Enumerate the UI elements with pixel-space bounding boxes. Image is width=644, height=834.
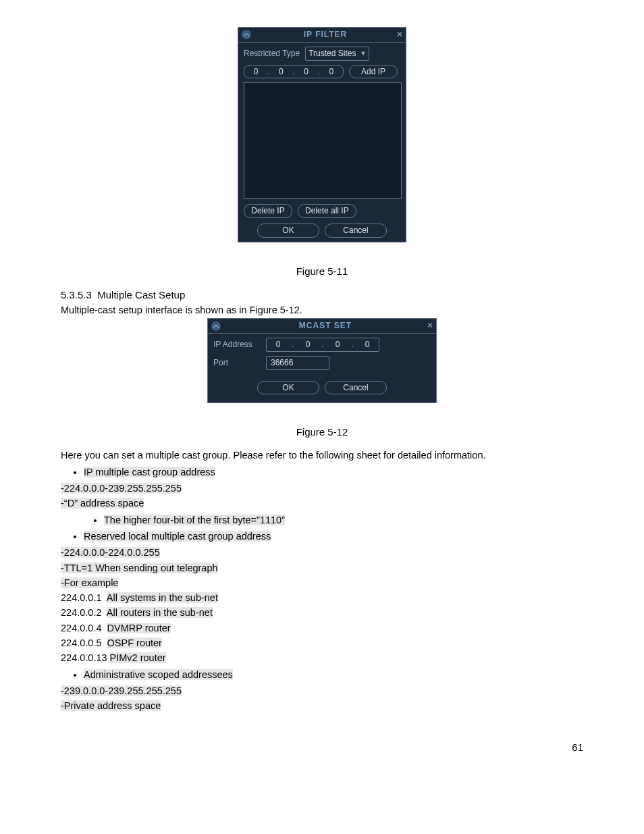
restricted-type-label: Restricted Type — [244, 48, 300, 59]
section-heading: 5.3.5.3 Multiple Cast Setup — [61, 288, 583, 302]
paragraph: Here you can set a multiple cast group. … — [61, 448, 583, 462]
close-icon[interactable]: ✕ — [427, 320, 433, 332]
svg-point-0 — [242, 30, 251, 39]
add-ip-button[interactable]: Add IP — [349, 65, 398, 79]
app-icon — [211, 321, 221, 332]
text-line: -TTL=1 When sending out telegraph — [61, 561, 583, 575]
ok-button[interactable]: OK — [257, 224, 319, 238]
ip-filter-title: IP FILTER — [254, 29, 396, 41]
mcast-set-dialog: MCAST SET ✕ IP Address 0. 0. 0. 0 Port 3… — [207, 318, 437, 403]
figure-5-12-caption: Figure 5-12 — [61, 425, 583, 439]
page-number: 61 — [61, 740, 583, 754]
restricted-type-combo[interactable]: Trusted Sites ▼ — [305, 47, 369, 61]
ip-filter-dialog: IP FILTER ✕ Restricted Type Trusted Site… — [238, 27, 406, 242]
port-input[interactable]: 36666 — [266, 356, 329, 370]
text-line: -Private address space — [61, 699, 583, 712]
app-icon — [241, 29, 252, 40]
ip-address-label: IP Address — [213, 339, 261, 350]
text-line: -224.0.0.0-239.255.255.255 — [61, 481, 583, 495]
list-item: Reserved local multiple cast group addre… — [84, 529, 583, 543]
svg-point-1 — [211, 321, 221, 331]
text-line: 224.0.0.13 PIMv2 router — [61, 651, 583, 664]
port-label: Port — [213, 357, 261, 369]
mcast-ip-input[interactable]: 0. 0. 0. 0 — [266, 338, 379, 352]
close-icon[interactable]: ✕ — [396, 29, 403, 41]
ok-button[interactable]: OK — [257, 381, 319, 395]
ip-filter-titlebar: IP FILTER ✕ — [238, 28, 406, 43]
section-intro: Multiple-cast setup interface is shown a… — [61, 303, 583, 317]
text-line: -For example — [61, 576, 583, 590]
ip-address-input[interactable]: 0. 0. 0. 0 — [244, 65, 344, 79]
ip-list[interactable] — [244, 82, 402, 199]
mcast-title: MCAST SET — [224, 320, 427, 332]
delete-ip-button[interactable]: Delete IP — [244, 204, 292, 218]
mcast-titlebar: MCAST SET ✕ — [208, 319, 436, 334]
text-line: 224.0.0.4 DVMRP router — [61, 621, 583, 635]
text-line: 224.0.0.1 All systems in the sub-net — [61, 591, 583, 604]
list-item: Administrative scoped addressees — [84, 668, 583, 681]
restricted-type-value: Trusted Sites — [308, 48, 356, 59]
text-line: -224.0.0.0-224.0.0.255 — [61, 546, 583, 559]
text-line: 224.0.0.2 All routers in the sub-net — [61, 606, 583, 619]
list-item: IP multiple cast group address — [84, 465, 583, 479]
text-line: -239.0.0.0-239.255.255.255 — [61, 684, 583, 698]
text-line: 224.0.0.5 OSPF router — [61, 636, 583, 650]
delete-all-ip-button[interactable]: Delete all IP — [298, 204, 356, 218]
list-item: The higher four-bit of the first byte=”1… — [104, 513, 583, 527]
chevron-down-icon: ▼ — [360, 49, 366, 58]
text-line: -“D” address space — [61, 496, 583, 510]
cancel-button[interactable]: Cancel — [325, 224, 387, 238]
figure-5-11-caption: Figure 5-11 — [61, 264, 583, 278]
cancel-button[interactable]: Cancel — [325, 381, 387, 395]
